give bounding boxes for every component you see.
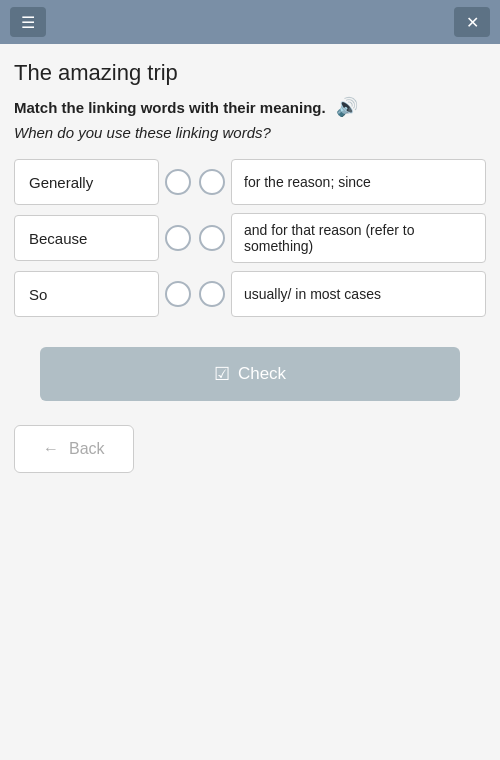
match-row: So usually/ in most cases: [14, 271, 486, 317]
back-arrow-icon: ←: [43, 440, 59, 458]
radio-group: [165, 281, 225, 307]
match-area: Generally for the reason; since Because …: [14, 159, 486, 317]
radio-right-1[interactable]: [199, 225, 225, 251]
instruction-main: Match the linking words with their meani…: [14, 99, 326, 116]
check-icon: ☑: [214, 363, 230, 385]
check-button[interactable]: ☑ Check: [40, 347, 460, 401]
meaning-box: usually/ in most cases: [231, 271, 486, 317]
radio-left-1[interactable]: [165, 225, 191, 251]
radio-right-0[interactable]: [199, 169, 225, 195]
top-bar: ☰ ✕: [0, 0, 500, 44]
bottom-row: ← Back: [0, 425, 500, 473]
menu-icon: ☰: [21, 13, 35, 32]
instruction-sub: When do you use these linking words?: [14, 124, 486, 141]
match-row: Generally for the reason; since: [14, 159, 486, 205]
word-box: Generally: [14, 159, 159, 205]
radio-left-0[interactable]: [165, 169, 191, 195]
word-box: So: [14, 271, 159, 317]
instruction-row: Match the linking words with their meani…: [14, 96, 486, 118]
back-button[interactable]: ← Back: [14, 425, 134, 473]
radio-right-2[interactable]: [199, 281, 225, 307]
word-box: Because: [14, 215, 159, 261]
page-title: The amazing trip: [0, 44, 500, 96]
close-icon: ✕: [466, 13, 479, 32]
menu-button[interactable]: ☰: [10, 7, 46, 37]
content-area: Match the linking words with their meani…: [0, 96, 500, 317]
meaning-box: and for that reason (refer to something): [231, 213, 486, 263]
meaning-box: for the reason; since: [231, 159, 486, 205]
radio-group: [165, 169, 225, 195]
close-button[interactable]: ✕: [454, 7, 490, 37]
speaker-icon[interactable]: 🔊: [336, 96, 358, 118]
match-row: Because and for that reason (refer to so…: [14, 213, 486, 263]
back-button-label: Back: [69, 440, 105, 458]
check-button-label: Check: [238, 364, 286, 384]
radio-group: [165, 225, 225, 251]
radio-left-2[interactable]: [165, 281, 191, 307]
